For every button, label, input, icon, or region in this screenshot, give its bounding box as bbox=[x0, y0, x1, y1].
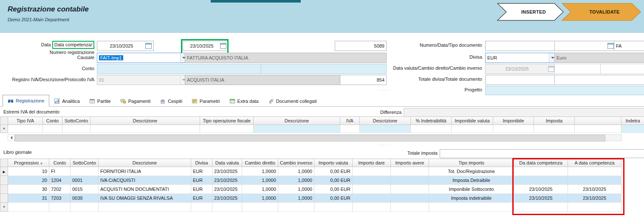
splitter-grip[interactable]: ······ bbox=[367, 143, 401, 147]
new-row-marker[interactable]: * bbox=[0, 203, 8, 212]
col-header[interactable]: Cambio diretto bbox=[242, 159, 278, 167]
cell[interactable] bbox=[452, 125, 493, 133]
table-row[interactable]: 30 7202 0015 ACQUISTI NON DOCUMENTATI EU… bbox=[0, 185, 621, 194]
cell[interactable] bbox=[314, 203, 353, 212]
cell-importo-dare[interactable] bbox=[353, 194, 391, 203]
cell-sottoconto[interactable]: 0015 bbox=[71, 185, 99, 194]
cell-conto[interactable]: 7202 bbox=[49, 185, 71, 194]
cell[interactable] bbox=[8, 203, 49, 212]
iva-col-header[interactable]: IVA bbox=[340, 117, 360, 125]
cell-da-data-competenza[interactable]: 23/10/2025 bbox=[514, 194, 568, 203]
cell-progressivo[interactable]: 30 bbox=[8, 185, 49, 194]
cell[interactable] bbox=[575, 125, 621, 133]
scrollbar-thumb[interactable] bbox=[15, 135, 605, 142]
progetto-field[interactable] bbox=[485, 86, 644, 95]
iva-col-header[interactable]: Imponibile valuta bbox=[452, 117, 493, 125]
cell[interactable] bbox=[99, 203, 191, 212]
cell-cambio-diretto[interactable]: 1,0000 bbox=[242, 167, 278, 176]
table-row[interactable]: ▶ 10 FI FORNITORI ITALIA EUR 23/10/2025 … bbox=[0, 167, 621, 176]
cell-divisa[interactable]: EUR bbox=[191, 185, 212, 194]
cell-cambio-diretto[interactable]: 1,0000 bbox=[242, 194, 278, 203]
cell-tipo-importo[interactable]: Imposta indetraibile bbox=[429, 194, 514, 203]
cell-data-valuta[interactable]: 23/10/2025 bbox=[212, 194, 242, 203]
cell-divisa[interactable]: EUR bbox=[191, 167, 212, 176]
col-header[interactable]: Tipo importo bbox=[429, 159, 514, 167]
cell-cambio-inverso[interactable]: 1,0000 bbox=[278, 185, 314, 194]
tipo-documento-field[interactable]: FA bbox=[614, 41, 644, 51]
cell-sottoconto[interactable] bbox=[71, 167, 99, 176]
cell[interactable] bbox=[8, 125, 43, 133]
cell-divisa[interactable]: EUR bbox=[191, 194, 212, 203]
tab-analitica[interactable]: Analitica bbox=[49, 96, 85, 106]
cell[interactable] bbox=[514, 203, 568, 212]
numero-documento-field[interactable] bbox=[485, 41, 556, 51]
totale-documento-field[interactable] bbox=[554, 75, 644, 85]
cambio-inverso-field[interactable] bbox=[600, 64, 644, 74]
cell-cambio-inverso[interactable]: 1,0000 bbox=[278, 176, 314, 185]
cell[interactable] bbox=[493, 125, 534, 133]
cell[interactable] bbox=[212, 203, 242, 212]
cell-data-valuta[interactable]: 23/10/2025 bbox=[212, 167, 242, 176]
iva-col-header[interactable]: Tipo IVA bbox=[8, 117, 43, 125]
cell-descrizione[interactable]: IVA SU OMAGGI SENZA RIVALSA bbox=[99, 194, 191, 203]
cell-da-data-competenza[interactable] bbox=[514, 167, 568, 176]
cell-conto[interactable]: FI bbox=[49, 167, 71, 176]
cell[interactable] bbox=[360, 125, 411, 133]
cell-progressivo[interactable]: 20 bbox=[8, 176, 49, 185]
cell-descrizione[interactable]: IVA C/ACQUISTI bbox=[99, 176, 191, 185]
col-header[interactable]: A data competenza bbox=[568, 159, 621, 167]
col-header[interactable]: Conto bbox=[49, 159, 71, 167]
iva-col-header[interactable]: Imponibile bbox=[493, 117, 534, 125]
cell-a-data-competenza[interactable]: 23/10/2025 bbox=[568, 194, 621, 203]
current-row-marker[interactable]: ▶ bbox=[0, 167, 8, 176]
cell-a-data-competenza[interactable]: 23/10/2025 bbox=[568, 185, 621, 194]
cell-importo-valuta[interactable]: 0,00 EUR bbox=[314, 185, 353, 194]
row-marker[interactable] bbox=[0, 176, 8, 185]
cell[interactable] bbox=[191, 203, 212, 212]
calendar-icon[interactable] bbox=[145, 43, 152, 49]
iva-col-header[interactable]: Imposta bbox=[534, 117, 575, 125]
cell[interactable] bbox=[353, 203, 391, 212]
iva-col-header[interactable]: % Indetraibilità bbox=[411, 117, 452, 125]
cell[interactable] bbox=[278, 203, 314, 212]
col-header[interactable]: Importo avere bbox=[391, 159, 429, 167]
cell-a-data-competenza[interactable] bbox=[568, 176, 621, 185]
table-row[interactable]: 20 1204 0001 IVA C/ACQUISTI EUR 23/10/20… bbox=[0, 176, 621, 185]
iva-col-header[interactable]: Tipo operazione fiscale bbox=[200, 117, 254, 125]
tab-extra-data[interactable]: Extra data bbox=[225, 96, 263, 106]
cell-importo-valuta[interactable]: 0,00 EUR bbox=[314, 176, 353, 185]
iva-col-header[interactable] bbox=[575, 117, 621, 125]
cell[interactable] bbox=[90, 125, 200, 133]
row-marker[interactable] bbox=[0, 185, 8, 194]
workflow-status-inserted[interactable]: INSERTED bbox=[497, 3, 564, 21]
iva-col-header[interactable]: Conto bbox=[43, 117, 62, 125]
divisa-combobox[interactable]: EUR bbox=[485, 53, 556, 63]
new-row-marker[interactable]: * bbox=[0, 125, 8, 133]
cell-progressivo[interactable]: 31 bbox=[8, 194, 49, 203]
col-header-progressivo[interactable]: Progressivo▲ bbox=[8, 159, 49, 167]
cell-da-data-competenza[interactable] bbox=[514, 176, 568, 185]
cell[interactable] bbox=[429, 203, 514, 212]
tab-pagamenti[interactable]: Pagamenti bbox=[116, 96, 155, 106]
cell-sottoconto[interactable]: 0001 bbox=[71, 176, 99, 185]
cell-tipo-importo[interactable]: Imposta Detraibile bbox=[429, 176, 514, 185]
giornale-new-row[interactable]: * bbox=[0, 203, 621, 212]
calendar-icon[interactable] bbox=[607, 43, 614, 49]
cell[interactable] bbox=[200, 125, 254, 133]
col-header[interactable]: Da data competenza bbox=[514, 159, 568, 167]
cell-cambio-inverso[interactable]: 1,0000 bbox=[278, 167, 314, 176]
cell-descrizione[interactable]: FORNITORI ITALIA bbox=[99, 167, 191, 176]
data-documento-field[interactable] bbox=[554, 41, 616, 51]
cell[interactable] bbox=[534, 125, 575, 133]
cell[interactable] bbox=[242, 203, 278, 212]
calendar-icon[interactable] bbox=[220, 43, 226, 49]
cell[interactable] bbox=[621, 125, 644, 133]
cell-cambio-inverso[interactable]: 1,0000 bbox=[278, 194, 314, 203]
cell-cambio-diretto[interactable]: 1,0000 bbox=[242, 176, 278, 185]
col-header[interactable]: Importo dare bbox=[353, 159, 391, 167]
conto-field-1[interactable] bbox=[97, 64, 263, 74]
cell[interactable] bbox=[62, 125, 90, 133]
tab-registrazione[interactable]: Registrazione bbox=[3, 95, 49, 107]
cell-data-valuta[interactable]: 23/10/2025 bbox=[212, 185, 242, 194]
cell-tipo-importo[interactable]: Tot. Doc/Registrazione bbox=[429, 167, 514, 176]
